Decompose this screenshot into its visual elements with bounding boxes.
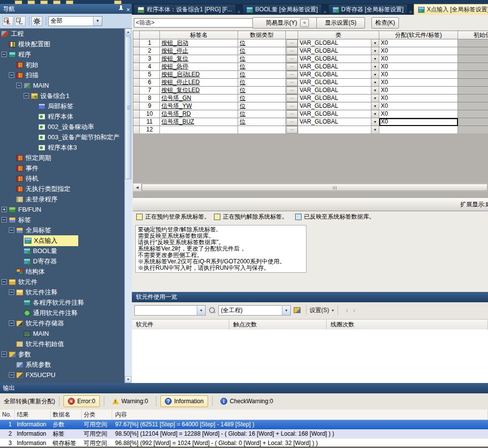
tree-item-fixed-cycle[interactable]: 恒定周期 [0, 153, 132, 163]
tree-item-label[interactable]: −标签 [0, 215, 132, 225]
dropdown-arrow-icon[interactable]: ▼ [371, 39, 379, 47]
output-row[interactable]: 2 Information 标签 可用空间 98.50[%] (12104 [W… [0, 429, 488, 439]
check-button[interactable]: 检查(K) [371, 17, 399, 29]
dropdown-arrow-icon[interactable]: ▼ [371, 126, 379, 133]
tree-item-003[interactable]: 003_设备产能节拍和定产 [0, 132, 132, 142]
tab-close-icon[interactable]: × [409, 9, 412, 15]
tree-item-device-memory-main[interactable]: MAIN [0, 328, 132, 339]
dropdown-arrow-icon[interactable]: ▼ [371, 95, 379, 102]
tab-x-input-active[interactable]: X点输入 [全局标签设置] [414, 4, 488, 15]
scroll-up-icon[interactable]: ▲ [125, 29, 131, 35]
display-settings-button[interactable]: 显示设置(S) [316, 17, 365, 29]
scroll-left-icon[interactable]: ◀ [133, 184, 142, 191]
col-header-device[interactable]: 软元件 [132, 320, 229, 330]
dropdown-arrow-icon[interactable]: ▼ [371, 79, 379, 86]
tree-item-device-combined[interactable]: −设备综合1 [0, 91, 132, 101]
tree-display-mode-icon[interactable]: − [2, 16, 13, 26]
tree-item-fbfun[interactable]: +FB/FUN [0, 204, 132, 215]
tree-item-device-initial[interactable]: 软元件初始值 [0, 339, 132, 349]
tree-expander-icon[interactable]: − [9, 72, 14, 78]
col-header-content[interactable]: 内容 [112, 410, 488, 419]
tree-item-program[interactable]: −程序 [0, 49, 132, 60]
col-header-coil-count[interactable]: 线圈次数 [327, 320, 488, 330]
scope-combobox[interactable]: (全工程) ▼ [218, 305, 291, 316]
ellipsis-button[interactable]: ... [286, 55, 298, 63]
nav-scrollbar-thumb[interactable] [125, 36, 131, 179]
tree-item-d-register[interactable]: D寄存器 [0, 256, 132, 266]
filter-input[interactable] [134, 18, 253, 28]
information-filter-button[interactable]: ? Information [160, 395, 208, 407]
ellipsis-button[interactable]: ... [286, 110, 298, 118]
checkwarning-filter-button[interactable]: i CheckWarning:0 [216, 396, 277, 407]
tab-d-register[interactable]: D寄存器 [全局标签设置] [328, 4, 408, 15]
rebuild-all-button[interactable]: 全部转换(重新分配) [4, 397, 55, 406]
ellipsis-button[interactable]: ... [286, 126, 298, 133]
col-header-result[interactable]: 结果 [15, 410, 51, 419]
col-header-label-name[interactable]: 标签名 [160, 31, 238, 39]
tree-expander-icon[interactable]: − [9, 227, 14, 233]
ellipsis-button[interactable]: ... [286, 47, 298, 55]
pin-icon[interactable] [119, 5, 123, 11]
selected-tree-item[interactable]: X点输入 [24, 235, 78, 246]
output-row-selected[interactable]: 1 Information 步数 可用空间 97.67[%] (62511 [S… [0, 420, 488, 429]
col-header-data-type[interactable]: 数据类型 [238, 31, 286, 39]
tree-item-main[interactable]: −MAIN [0, 80, 132, 91]
horizontal-scrollbar[interactable]: ◀ [133, 183, 488, 192]
tree-expander-icon[interactable]: + [1, 207, 7, 212]
dropdown-arrow-icon[interactable]: ▼ [371, 102, 379, 110]
col-header-contact-count[interactable]: 触点次数 [229, 320, 327, 330]
tree-item-program-body3[interactable]: 程序本体3 [0, 142, 132, 153]
tree-item-module-config[interactable]: 模块配置图 [0, 39, 132, 49]
nav-scrollbar[interactable]: ▲ ▼ [124, 29, 132, 383]
tree-expander-icon[interactable]: − [16, 83, 22, 88]
tree-item-x-input[interactable]: X点输入 [0, 235, 132, 246]
tree-item-initial[interactable]: 初始 [0, 60, 132, 70]
ellipsis-button[interactable]: ... [286, 118, 298, 126]
ellipsis-button[interactable]: ... [286, 87, 298, 94]
scroll-down-icon[interactable]: ▼ [125, 376, 131, 383]
ellipsis-button[interactable]: ... [286, 79, 298, 86]
prev-icon[interactable]: ‹ [346, 306, 348, 314]
collapse-all-icon[interactable]: − [15, 16, 26, 26]
ellipsis-button[interactable]: ... [286, 95, 298, 102]
close-icon[interactable]: × [126, 5, 130, 15]
tree-item-common-comment[interactable]: 通用软元件注释 [0, 308, 132, 318]
tree-expander-icon[interactable]: − [1, 352, 7, 357]
tree-item-device-memory[interactable]: −软元件存储器 [0, 318, 132, 328]
parameter-filter-icon[interactable] [294, 307, 301, 313]
tree-item-device[interactable]: −软元件 [0, 277, 132, 287]
tree-item-bool[interactable]: BOOL量 [0, 246, 132, 256]
gear-icon[interactable] [31, 16, 42, 26]
tree-expander-icon[interactable]: − [9, 372, 14, 378]
tree-expander-icon[interactable]: − [1, 217, 7, 223]
col-header-assign[interactable]: 分配(软元件/标签) [379, 31, 458, 39]
tree-expander-icon[interactable]: − [9, 289, 14, 295]
ellipsis-button[interactable]: ... [286, 39, 298, 47]
ellipsis-button[interactable]: ... [286, 71, 298, 78]
tree-expander-icon[interactable]: − [1, 52, 7, 57]
col-header-no[interactable]: No. [0, 410, 15, 419]
tree-expander-icon[interactable]: − [9, 320, 14, 326]
ellipsis-button[interactable]: ... [286, 102, 298, 110]
tree-item-standby[interactable]: 待机 [0, 173, 132, 184]
warning-filter-button[interactable]: ! Warning:0 [108, 396, 152, 407]
dropdown-arrow-icon[interactable]: ▼ [371, 87, 379, 94]
chevron-down-icon[interactable]: ▼ [282, 306, 290, 315]
tree-item-event[interactable]: 事件 [0, 163, 132, 173]
chevron-down-icon[interactable]: ▼ [197, 306, 205, 315]
dropdown-arrow-icon[interactable]: ▼ [371, 47, 379, 55]
tab-close-icon[interactable]: × [237, 9, 240, 15]
tree-item-scan[interactable]: −扫描 [0, 70, 132, 80]
dropdown-arrow-icon[interactable]: ▼ [371, 110, 379, 118]
col-header-category[interactable]: 分类 [82, 410, 112, 419]
collapse-left-icon[interactable]: « [300, 19, 309, 27]
tab-close-icon[interactable]: × [323, 9, 326, 15]
settings-button[interactable]: 设置(S) ▼ [309, 306, 335, 315]
tree-item-002[interactable]: 002_设备稼动率 [0, 122, 132, 132]
search-icon[interactable] [209, 307, 215, 314]
scrollbar-thumb[interactable] [142, 184, 488, 191]
dropdown-arrow-icon[interactable]: ▼ [371, 55, 379, 63]
next-icon[interactable]: › [353, 306, 356, 314]
tree-expander-icon[interactable]: − [24, 93, 29, 98]
extended-display-bar[interactable]: 扩展显示:始 [133, 197, 488, 211]
